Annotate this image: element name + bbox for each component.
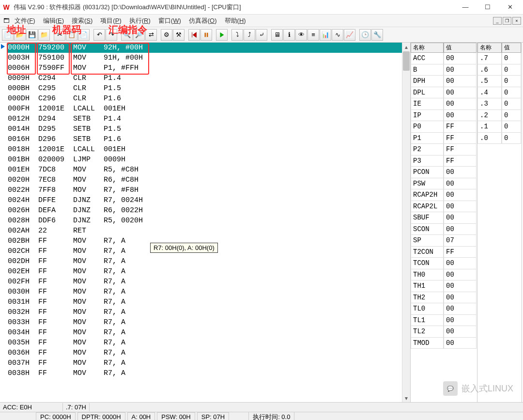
register-row[interactable]: P2FF — [411, 144, 477, 156]
register-row[interactable]: P0FF — [411, 121, 477, 133]
toolbar-window-trace-icon[interactable]: 📊 — [320, 29, 331, 41]
code-line[interactable]: 0036H FF MOV R7, A — [8, 348, 410, 358]
toolbar-window-data-icon[interactable]: ℹ — [283, 29, 295, 41]
register-row[interactable]: PSW00 — [411, 178, 477, 190]
register-row[interactable]: TH200 — [411, 292, 477, 304]
code-line[interactable]: 0026H DEFA DJNZ R6, 0022H — [8, 205, 410, 216]
menu-编辑[interactable]: 编辑(E) — [39, 16, 68, 26]
code-line[interactable]: 0034H FF MOV R7, A — [8, 327, 410, 338]
toolbar-window-logic-icon[interactable]: ∿ — [332, 29, 343, 41]
menu-项目[interactable]: 项目(P) — [96, 16, 125, 26]
toolbar-window-watch-icon[interactable]: 👁 — [295, 29, 307, 41]
code-line[interactable]: 002EH FF MOV R7, A — [8, 266, 410, 277]
register-row[interactable]: TL100 — [411, 315, 477, 327]
code-line[interactable]: 0020H 7EC8 MOV R6, #C8H — [8, 175, 410, 185]
code-line[interactable]: 0014H D295 SETB P1.5 — [8, 124, 410, 134]
menu-文件[interactable]: 文件(F) — [11, 16, 39, 26]
code-line[interactable]: 0009H C294 CLR P1.4 — [8, 73, 410, 83]
toolbar-copy-icon[interactable]: 📋 — [66, 29, 77, 41]
code-line[interactable]: 002AH 22 RET — [8, 226, 410, 236]
register-row[interactable]: TH100 — [411, 280, 477, 292]
menu-搜索[interactable]: 搜索(S) — [68, 16, 96, 26]
code-line[interactable]: 0012H D294 SETB P1.4 — [8, 114, 410, 124]
code-line[interactable]: 0022H 7FF8 MOV R7, #F8H — [8, 185, 410, 195]
code-line[interactable]: 0032H FF MOV R7, A — [8, 307, 410, 317]
disassembly-panel[interactable]: 0000H 759200 MOV 92H, #00H0003H 759100 M… — [0, 43, 411, 402]
register-bit-row[interactable]: .70 — [477, 53, 522, 64]
register-bit-row[interactable]: .40 — [477, 87, 522, 99]
mdi-restore-button[interactable]: ❐ — [503, 17, 511, 25]
toolbar-reset-icon[interactable] — [188, 29, 200, 41]
toolbar-window-cpu-icon[interactable]: 🖥 — [271, 29, 283, 41]
code-line[interactable]: 0038H FF MOV R7, A — [8, 368, 410, 378]
code-line[interactable]: 0035H FF MOV R7, A — [8, 338, 410, 348]
window-minimize-button[interactable]: — — [454, 0, 477, 15]
toolbar-new-icon[interactable]: 📄 — [2, 29, 14, 41]
register-bit-row[interactable]: .60 — [477, 64, 522, 76]
register-row[interactable]: TCON00 — [411, 258, 477, 269]
toolbar-build-icon[interactable]: ⚙ — [161, 29, 172, 41]
code-line[interactable]: 002FH FF MOV R7, A — [8, 277, 410, 287]
toolbar-findnext-icon[interactable]: 🔎 — [133, 29, 145, 41]
register-bit-row[interactable]: .50 — [477, 76, 522, 87]
register-row[interactable]: TMOD00 — [411, 338, 477, 349]
code-line[interactable]: 000DH C296 CLR P1.6 — [8, 93, 410, 104]
code-line[interactable]: 0000H 759200 MOV 92H, #00H — [8, 43, 410, 53]
scroll-down-icon[interactable]: ▾ — [402, 394, 410, 402]
vertical-scrollbar[interactable]: ▴ ▾ — [402, 43, 410, 402]
toolbar-open-icon[interactable]: 📂 — [14, 29, 26, 41]
mdi-minimize-button[interactable]: _ — [493, 17, 502, 25]
code-line[interactable]: 0016H D296 SETB P1.6 — [8, 134, 410, 144]
toolbar-find-icon[interactable]: 🔍 — [121, 29, 133, 41]
toolbar-redo-icon[interactable]: ↷ — [106, 29, 117, 41]
toolbar-pause-icon[interactable] — [200, 29, 212, 41]
toolbar-step-into-icon[interactable]: ⤵ — [231, 29, 243, 41]
register-row[interactable]: DPL00 — [411, 87, 477, 99]
register-row[interactable]: SBUF00 — [411, 212, 477, 224]
register-row[interactable]: TL200 — [411, 326, 477, 338]
register-row[interactable]: SCON00 — [411, 224, 477, 235]
code-line[interactable]: 0024H DFFE DJNZ R7, 0024H — [8, 195, 410, 205]
register-row[interactable]: P3FF — [411, 156, 477, 167]
register-row[interactable]: TL000 — [411, 303, 477, 315]
register-row[interactable]: PCON00 — [411, 167, 477, 178]
toolbar-clock-icon[interactable]: 🕒 — [359, 29, 371, 41]
register-row[interactable]: P1FF — [411, 133, 477, 144]
register-bit-row[interactable]: .00 — [477, 133, 522, 144]
toolbar-window-stack-icon[interactable]: ≡ — [308, 29, 319, 41]
register-bit-row[interactable]: .30 — [477, 98, 522, 110]
toolbar-step-over-icon[interactable]: ⤴ — [244, 29, 255, 41]
toolbar-run-icon[interactable] — [216, 29, 228, 41]
toolbar-step-out-icon[interactable]: ⤶ — [256, 29, 267, 41]
toolbar-window-wave-icon[interactable]: 📈 — [344, 29, 355, 41]
register-row[interactable]: RCAP2H00 — [411, 189, 477, 201]
code-line[interactable]: 0018H 12001E LCALL 001EH — [8, 144, 410, 155]
toolbar-cut-icon[interactable]: ✂ — [54, 29, 65, 41]
register-bit-row[interactable]: .20 — [477, 110, 522, 122]
code-line[interactable]: 001EH 7DC8 MOV R5, #C8H — [8, 165, 410, 175]
scroll-up-icon[interactable]: ▴ — [402, 43, 410, 51]
code-line[interactable]: 0037H FF MOV R7, A — [8, 358, 410, 368]
window-maximize-button[interactable]: ☐ — [477, 0, 499, 15]
code-line[interactable]: 0003H 759100 MOV 91H, #00H — [8, 53, 410, 63]
code-line[interactable]: 001BH 020009 LJMP 0009H — [8, 155, 410, 165]
reg-header-name2[interactable]: 名称 — [477, 43, 502, 53]
register-row[interactable]: ACC00 — [411, 53, 477, 64]
toolbar-buildall-icon[interactable]: ⚒ — [173, 29, 185, 41]
reg-header-name[interactable]: 名称 — [411, 43, 444, 53]
menu-执行[interactable]: 执行(R) — [125, 16, 154, 26]
toolbar-undo-icon[interactable]: ↶ — [93, 29, 105, 41]
code-line[interactable]: 0033H FF MOV R7, A — [8, 317, 410, 327]
register-row[interactable]: IE00 — [411, 98, 477, 110]
register-row[interactable]: SP07 — [411, 235, 477, 247]
code-line[interactable]: 000FH 12001E LCALL 001EH — [8, 104, 410, 114]
code-line[interactable]: 002DH FF MOV R7, A — [8, 256, 410, 266]
menu-仿真器[interactable]: 仿真器(O) — [185, 16, 221, 26]
scrollbar-thumb[interactable] — [403, 51, 410, 71]
register-row[interactable]: T2CONFF — [411, 247, 477, 258]
mdi-close-button[interactable]: × — [512, 17, 521, 25]
register-row[interactable]: B00 — [411, 64, 477, 76]
code-line[interactable]: 0028H DDF6 DJNZ R5, 0020H — [8, 216, 410, 226]
register-bit-row[interactable]: .10 — [477, 121, 522, 133]
toolbar-open-project-icon[interactable]: 📁 — [38, 29, 50, 41]
